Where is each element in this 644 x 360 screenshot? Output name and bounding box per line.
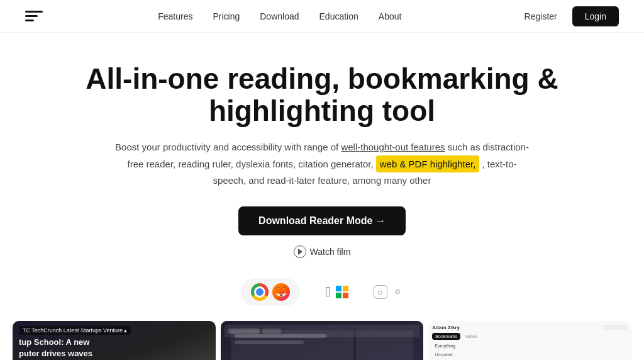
- highlight-text: web & PDF highlighter,: [376, 155, 480, 173]
- nav-actions: Register Login: [517, 6, 619, 26]
- screenshot-card-2: [221, 321, 424, 360]
- nav-item-download[interactable]: Download: [260, 11, 299, 21]
- logo-icon: [25, 9, 43, 23]
- hero-section: All-in-one reading, bookmarking & highli…: [0, 33, 644, 258]
- apple-icon: : [325, 284, 330, 300]
- screenshot-card-2-inner: [221, 321, 424, 360]
- screenshot-card-3-inner: Adam Zikry Bookmarks Notes Everything Un…: [428, 321, 631, 360]
- nav-item-education[interactable]: Education: [319, 11, 358, 21]
- toolbar-mock: [225, 325, 420, 337]
- navbar: Features Pricing Download Education Abou…: [0, 0, 644, 33]
- nav-links: Features Pricing Download Education Abou…: [158, 11, 401, 22]
- login-button[interactable]: Login: [572, 6, 619, 26]
- register-button[interactable]: Register: [517, 8, 565, 25]
- nav-item-pricing[interactable]: Pricing: [213, 11, 240, 21]
- firefox-icon: 🦊: [272, 283, 290, 301]
- browser-group-chrome-firefox[interactable]: 🦊: [241, 278, 300, 306]
- toolbar-item-1: [228, 329, 260, 334]
- watch-film-label: Watch film: [310, 247, 351, 257]
- screenshot-card-3: Adam Zikry Bookmarks Notes Everything Un…: [428, 321, 631, 360]
- user-name: Adam Zikry: [432, 325, 460, 330]
- play-triangle-icon: [298, 249, 303, 255]
- mobile-platform-group[interactable]: ○ ⚬: [374, 284, 403, 300]
- bookmark-item-2: Unsorted: [432, 351, 628, 358]
- android-icon: ⚬: [392, 284, 403, 300]
- hero-subtitle: Boost your productivity and accessibilit…: [114, 139, 530, 189]
- screenshot-1-text: tup School: A newputer drives wavesn: [19, 337, 92, 360]
- windows-icon: [336, 286, 348, 298]
- play-icon: [294, 245, 306, 258]
- bookmark-item-1: Everything: [432, 342, 628, 349]
- bookmark-list: Everything Unsorted Shared with me Favou…: [432, 342, 628, 360]
- toolbar-item-2: [262, 329, 281, 334]
- appstore-icon: ○: [374, 285, 387, 299]
- tab-row: Bookmarks Notes: [432, 333, 628, 340]
- screenshot-1-label: TC TechCrunch Latest Startups Venture ▴: [19, 326, 131, 335]
- screenshot-card-1-inner: TC TechCrunch Latest Startups Venture ▴ …: [13, 321, 216, 360]
- hero-cta: Download Reader Mode → Watch film: [25, 206, 619, 258]
- nav-item-about[interactable]: About: [379, 11, 402, 21]
- notes-tab: Notes: [463, 333, 479, 340]
- bookmark-header: Adam Zikry: [432, 325, 628, 330]
- browser-icons-section: 🦊  ○ ⚬: [0, 278, 644, 306]
- logo[interactable]: [25, 9, 43, 23]
- subtitle-text-1: Boost your productivity and accessibilit…: [115, 142, 341, 152]
- nav-item-features[interactable]: Features: [158, 11, 192, 21]
- watch-film-button[interactable]: Watch film: [294, 245, 351, 258]
- screenshot-card-1: TC TechCrunch Latest Startups Venture ▴ …: [13, 321, 216, 360]
- download-cta-button[interactable]: Download Reader Mode →: [238, 206, 406, 235]
- text-line-2: [235, 340, 304, 344]
- bookmarks-tab: Bookmarks: [432, 333, 460, 340]
- subtitle-underline: well-thought-out features: [341, 142, 445, 152]
- screenshots-row: TC TechCrunch Latest Startups Venture ▴ …: [0, 321, 644, 360]
- search-bar-mock: [602, 325, 628, 330]
- chrome-icon: [251, 283, 269, 301]
- hero-title: All-in-one reading, bookmarking & highli…: [52, 63, 592, 127]
- desktop-platform-group[interactable]: : [325, 284, 348, 300]
